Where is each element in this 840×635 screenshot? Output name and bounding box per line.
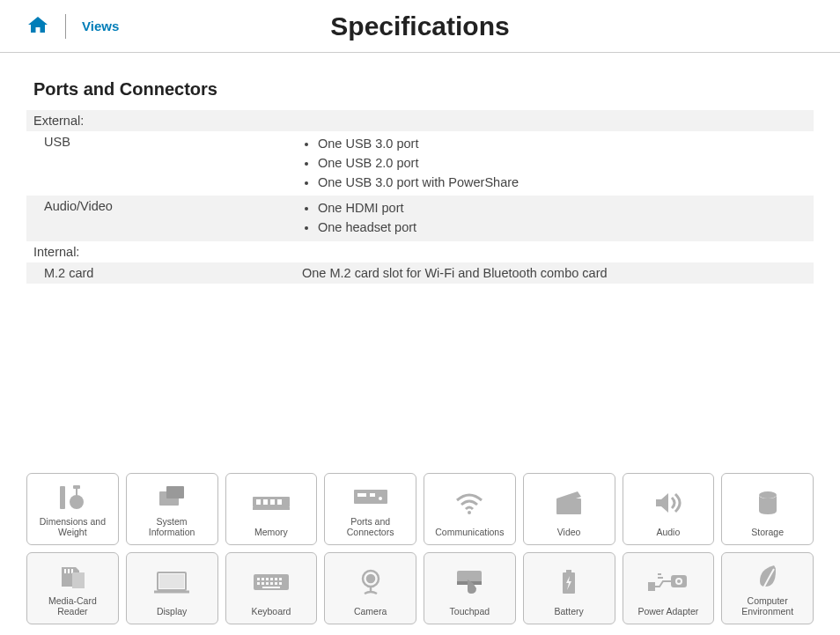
svg-rect-33	[262, 582, 264, 585]
nav-label: Ports and Connectors	[347, 516, 394, 537]
spec-label: USB	[33, 135, 302, 192]
spec-value: One USB 3.0 port One USB 2.0 port One US…	[302, 135, 807, 192]
nav-camera[interactable]: Camera	[324, 552, 416, 624]
svg-rect-35	[270, 582, 273, 585]
page-title: Specifications	[330, 11, 509, 41]
dimensions-icon	[31, 479, 114, 516]
svg-point-18	[759, 491, 777, 498]
svg-rect-32	[257, 582, 260, 585]
wifi-icon	[428, 479, 512, 527]
svg-rect-38	[262, 587, 280, 588]
svg-rect-30	[275, 578, 277, 580]
spec-label: Audio/Video	[33, 199, 302, 238]
nav-label: Audio	[656, 527, 680, 537]
video-icon	[527, 479, 611, 527]
nav-label: Communications	[435, 527, 504, 537]
svg-rect-37	[279, 582, 282, 585]
svg-rect-13	[357, 493, 366, 497]
nav-system-info[interactable]: System Information	[126, 473, 218, 545]
nav-label: Media-Card Reader	[48, 595, 97, 617]
spec-item: One USB 3.0 port	[318, 135, 807, 154]
nav-storage[interactable]: Storage	[721, 473, 814, 545]
nav-label: Display	[157, 606, 187, 617]
spec-row: M.2 card One M.2 card slot for Wi-Fi and…	[26, 262, 814, 284]
nav-power-adapter[interactable]: Power Adapter	[623, 552, 715, 624]
content: Ports and Connectors External: USB One U…	[0, 53, 840, 284]
nav-dimensions[interactable]: Dimensions and Weight	[26, 473, 119, 545]
section-title: Ports and Connectors	[26, 79, 814, 100]
group-heading: External:	[33, 114, 302, 128]
nav-keyboard[interactable]: Keyboard	[225, 552, 318, 624]
spec-value: One M.2 card slot for Wi-Fi and Bluetoot…	[302, 266, 807, 280]
nav-audio[interactable]: Audio	[623, 473, 715, 545]
nav-label: Camera	[354, 606, 387, 617]
svg-rect-10	[277, 499, 282, 505]
touchpad-icon	[428, 558, 512, 606]
svg-rect-43	[566, 570, 571, 572]
svg-rect-45	[672, 576, 686, 587]
nav-label: System Information	[149, 516, 195, 537]
nav-label: Power Adapter	[637, 606, 698, 617]
nav-label: Battery	[554, 606, 583, 617]
system-info-icon	[130, 479, 214, 516]
nav-battery[interactable]: Battery	[523, 552, 615, 624]
keyboard-icon	[230, 558, 313, 606]
group-heading-row: External:	[26, 110, 814, 131]
nav-environment[interactable]: Computer Environment	[721, 552, 814, 624]
spec-item: One headset port	[318, 218, 807, 238]
memory-icon	[230, 479, 313, 527]
nav-communications[interactable]: Communications	[424, 473, 516, 545]
nav-media-card[interactable]: Media-Card Reader	[26, 552, 119, 624]
nav-ports[interactable]: Ports and Connectors	[324, 473, 416, 545]
header-divider	[65, 14, 66, 39]
power-adapter-icon	[627, 558, 711, 606]
svg-rect-5	[166, 486, 184, 498]
svg-rect-14	[370, 493, 375, 497]
svg-rect-36	[275, 582, 277, 585]
storage-icon	[726, 479, 809, 527]
nav-video[interactable]: Video	[523, 473, 615, 545]
spec-item: One USB 2.0 port	[318, 154, 807, 174]
svg-rect-3	[76, 489, 77, 496]
nav-touchpad[interactable]: Touchpad	[424, 552, 516, 624]
spec-row: USB One USB 3.0 port One USB 2.0 port On…	[26, 131, 814, 196]
nav-label: Dimensions and Weight	[40, 516, 106, 537]
media-card-icon	[31, 558, 114, 595]
audio-icon	[627, 479, 711, 527]
nav-label: Video	[557, 527, 581, 537]
spec-label: M.2 card	[33, 266, 302, 280]
views-link[interactable]: Views	[82, 18, 119, 33]
svg-point-15	[379, 497, 382, 500]
home-icon[interactable]	[26, 15, 49, 38]
svg-rect-11	[253, 507, 290, 510]
nav-display[interactable]: Display	[126, 552, 218, 624]
svg-rect-27	[262, 578, 264, 580]
spec-table: External: USB One USB 3.0 port One USB 2…	[26, 110, 814, 284]
svg-rect-19	[64, 569, 66, 573]
svg-rect-47	[649, 583, 654, 590]
nav-label: Touchpad	[450, 606, 490, 617]
svg-rect-9	[270, 499, 275, 505]
nav-label: Storage	[751, 527, 784, 537]
svg-rect-8	[263, 499, 268, 505]
leaf-icon	[726, 558, 809, 595]
spec-value: One HDMI port One headset port	[302, 199, 807, 238]
svg-point-40	[367, 575, 374, 582]
svg-rect-7	[256, 499, 261, 505]
nav-grid: Dimensions and Weight System Information…	[26, 473, 814, 624]
battery-icon	[527, 558, 611, 606]
header: Views Specifications	[0, 0, 840, 53]
svg-rect-24	[160, 575, 183, 587]
svg-point-16	[468, 511, 471, 514]
spec-item: One HDMI port	[318, 199, 807, 218]
svg-rect-29	[270, 578, 273, 580]
group-heading-row: Internal:	[26, 241, 814, 262]
svg-rect-34	[266, 582, 269, 585]
ports-icon	[328, 479, 412, 516]
svg-rect-28	[266, 578, 269, 580]
svg-rect-0	[60, 486, 65, 509]
svg-rect-31	[279, 578, 282, 580]
nav-memory[interactable]: Memory	[225, 473, 318, 545]
nav-label: Memory	[254, 527, 288, 537]
svg-rect-22	[72, 572, 85, 588]
